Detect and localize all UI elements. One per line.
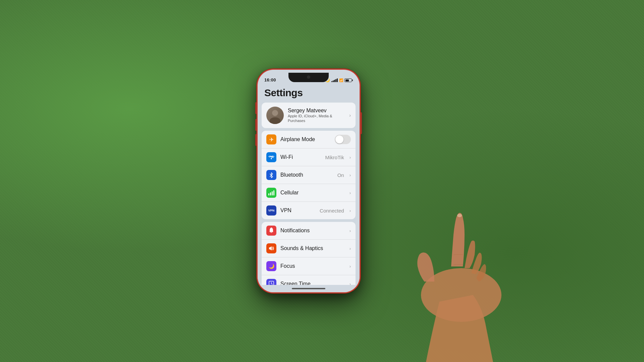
battery-body <box>344 78 352 82</box>
sounds-label: Sounds & Haptics <box>280 245 344 251</box>
wifi-row[interactable]: Wi-Fi MikroTik › <box>262 148 356 166</box>
vpn-value: Connected <box>320 208 344 214</box>
signal-bar-3 <box>334 80 335 82</box>
notifications-chevron: › <box>350 228 351 233</box>
wifi-label: Wi-Fi <box>280 154 321 160</box>
profile-row[interactable]: Sergey Matveev Apple ID, iCloud+, Media … <box>262 103 356 128</box>
home-bar <box>292 288 325 289</box>
sounds-row[interactable]: Sounds & Haptics › <box>262 240 356 257</box>
notch <box>288 73 329 82</box>
wifi-svg <box>268 155 274 160</box>
focus-row[interactable]: 🌙 Focus › <box>262 257 356 275</box>
hand-overlay <box>399 134 594 362</box>
svg-point-8 <box>457 214 462 217</box>
screen-time-label: Screen Time <box>280 281 344 285</box>
vpn-label: VPN <box>280 207 316 214</box>
status-icons: 🌙 📶 <box>325 78 353 82</box>
screen-time-row[interactable]: Screen Time › <box>262 275 356 285</box>
cellular-icon <box>266 188 276 198</box>
notifications-label: Notifications <box>280 228 344 234</box>
focus-icon: 🌙 <box>266 261 276 271</box>
scene: 16:00 🌙 📶 <box>0 0 644 362</box>
page-title: Settings <box>264 87 353 99</box>
cellular-bars <box>267 190 275 195</box>
notifications-group: Notifications › <box>262 222 356 285</box>
vpn-row[interactable]: VPN VPN Connected › <box>262 202 356 219</box>
airplane-mode-label: Airplane Mode <box>280 136 331 142</box>
phone-device: 16:00 🌙 📶 <box>257 69 361 293</box>
notifications-icon <box>266 226 276 236</box>
wifi-value: MikroTik <box>325 155 344 160</box>
notifications-row[interactable]: Notifications › <box>262 222 356 240</box>
signal-bars-icon <box>331 78 338 82</box>
connectivity-group: ✈ Airplane Mode <box>262 131 356 219</box>
phone-screen: 16:00 🌙 📶 <box>258 70 360 292</box>
profile-subtitle: Apple ID, iCloud+, Media & Purchases <box>288 114 345 123</box>
airplane-mode-toggle-thumb <box>335 135 343 143</box>
settings-header: Settings <box>258 84 360 103</box>
status-time: 16:00 <box>264 77 276 82</box>
home-indicator <box>258 285 360 292</box>
battery-tip <box>352 79 353 81</box>
svg-point-0 <box>271 158 272 159</box>
notifications-svg <box>269 228 274 234</box>
focus-label: Focus <box>280 263 344 269</box>
cellular-label: Cellular <box>280 190 344 196</box>
signal-bar-2 <box>333 80 334 82</box>
sounds-chevron: › <box>350 246 351 251</box>
profile-section[interactable]: Sergey Matveev Apple ID, iCloud+, Media … <box>262 103 356 128</box>
bluetooth-icon <box>266 170 276 180</box>
cellular-chevron: › <box>350 190 351 195</box>
screen-content: Settings Sergey Matveev Apple ID, iCloud… <box>258 84 360 285</box>
avatar <box>266 107 284 124</box>
screen-time-svg <box>269 281 274 285</box>
cellular-row[interactable]: Cellular › <box>262 184 356 202</box>
profile-info: Sergey Matveev Apple ID, iCloud+, Media … <box>288 108 345 123</box>
bluetooth-chevron: › <box>350 173 351 178</box>
bluetooth-svg <box>269 172 274 178</box>
signal-bar-4 <box>335 79 336 82</box>
airplane-mode-toggle[interactable] <box>335 135 351 144</box>
wifi-icon <box>266 152 276 162</box>
profile-name: Sergey Matveev <box>288 108 345 114</box>
sounds-icon <box>266 243 276 253</box>
signal-bar-5 <box>337 78 338 82</box>
wifi-chevron: › <box>350 155 351 160</box>
battery-fill <box>345 79 349 81</box>
battery-icon <box>344 78 353 82</box>
profile-chevron: › <box>349 113 351 118</box>
bluetooth-label: Bluetooth <box>280 172 333 178</box>
svg-rect-1 <box>269 247 270 249</box>
focus-chevron: › <box>350 264 351 269</box>
sounds-svg <box>268 246 274 251</box>
airplane-mode-icon: ✈ <box>266 134 276 144</box>
vpn-icon: VPN <box>266 205 276 216</box>
bluetooth-value: On <box>337 172 344 178</box>
airplane-mode-row[interactable]: ✈ Airplane Mode <box>262 131 356 148</box>
wifi-status-icon: 📶 <box>339 78 343 82</box>
vpn-chevron: › <box>350 208 351 213</box>
screen-time-chevron: › <box>350 282 351 285</box>
signal-bar-1 <box>331 81 332 82</box>
bluetooth-row[interactable]: Bluetooth On › <box>262 166 356 184</box>
phone-wrapper: 16:00 🌙 📶 <box>257 69 361 293</box>
screen-time-icon <box>266 279 276 285</box>
